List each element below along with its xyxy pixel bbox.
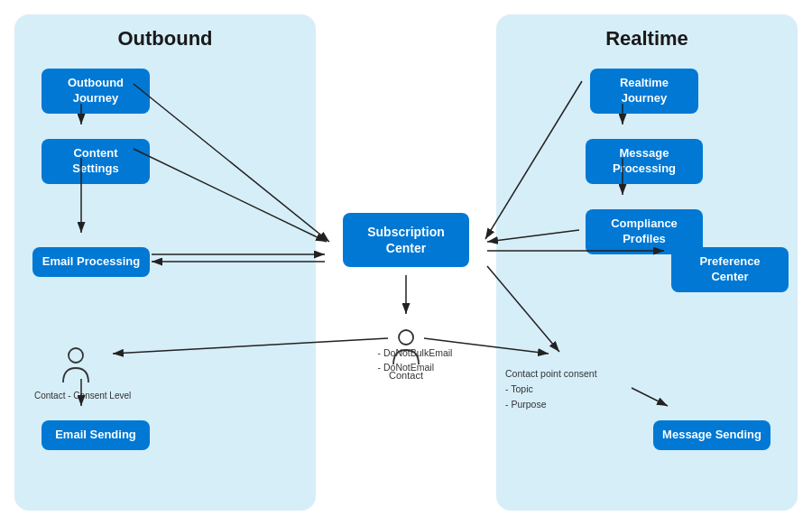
content-settings-box[interactable]: Content Settings bbox=[42, 139, 150, 184]
outbound-contact-label: Contact - Consent Level bbox=[34, 389, 131, 402]
outbound-title: Outbound bbox=[14, 14, 316, 54]
realtime-title: Realtime bbox=[496, 14, 798, 54]
contact-point-text: Contact point consent - Topic - Purpose bbox=[505, 366, 597, 411]
email-sending-box[interactable]: Email Sending bbox=[42, 420, 150, 450]
subscription-center-box[interactable]: Subscription Center bbox=[343, 213, 469, 267]
message-sending-box[interactable]: Message Sending bbox=[653, 420, 770, 450]
outbound-contact bbox=[60, 346, 92, 388]
realtime-panel: Realtime Realtime Journey Message Proces… bbox=[496, 14, 798, 511]
center-area: Subscription Center Contact - DoNotBulkE… bbox=[325, 14, 487, 511]
email-processing-box[interactable]: Email Processing bbox=[32, 247, 150, 277]
outbound-panel: Outbound Outbound Journey Content Settin… bbox=[14, 14, 316, 511]
preference-center-box[interactable]: Preference Center bbox=[671, 247, 789, 292]
realtime-journey-box[interactable]: Realtime Journey bbox=[590, 69, 698, 114]
outbound-journey-box[interactable]: Outbound Journey bbox=[42, 69, 150, 114]
svg-point-0 bbox=[69, 348, 83, 363]
contact-fields-text: - DoNotBulkEmail - DoNotEmail bbox=[378, 346, 453, 375]
main-container: Outbound Outbound Journey Content Settin… bbox=[0, 0, 812, 525]
outbound-contact-icon bbox=[60, 346, 92, 386]
svg-point-1 bbox=[399, 330, 413, 345]
message-processing-box[interactable]: Message Processing bbox=[586, 139, 703, 184]
